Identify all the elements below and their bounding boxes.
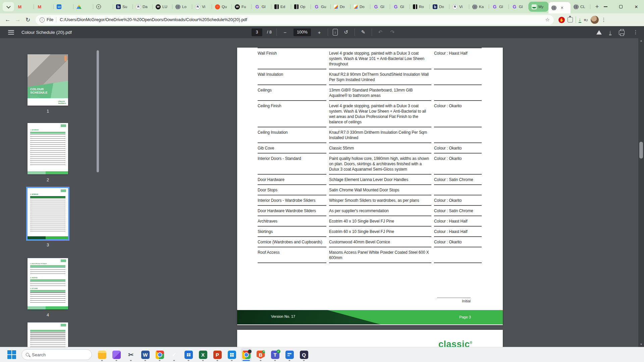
- pdf-menu-icon[interactable]: [8, 30, 14, 35]
- taskbar-chrome-active-icon[interactable]: [241, 348, 252, 361]
- url-field[interactable]: i File C:/Users/DionMcGregor/OneDrive%20…: [36, 15, 554, 25]
- thumbnail-scrollbar[interactable]: [97, 50, 99, 172]
- page-info-icon[interactable]: i: [40, 17, 45, 22]
- taskbar-quest-icon[interactable]: Q: [299, 348, 309, 361]
- browser-menu-kebab-icon[interactable]: ⋮: [601, 17, 606, 23]
- browser-tab[interactable]: Qu: [212, 0, 232, 13]
- taskbar-excel-icon[interactable]: X: [198, 348, 208, 361]
- browser-tab[interactable]: Vi: [449, 0, 469, 13]
- taskbar-windows-app-icon[interactable]: [226, 348, 237, 361]
- print-icon[interactable]: [619, 31, 625, 35]
- thumbnail-image[interactable]: COLOUR SCHEDULE_____ __ ____ ________ __…: [28, 54, 68, 106]
- tab-close-icon[interactable]: ✕: [560, 6, 564, 10]
- page-number-input[interactable]: 3: [252, 28, 262, 36]
- window-minimize-button[interactable]: [598, 0, 613, 13]
- page-thumbnail[interactable]: 2. INTERIOR 3: [28, 188, 68, 247]
- reload-button[interactable]: ↻: [23, 15, 33, 25]
- browser-tab[interactable]: Ed: [271, 0, 291, 13]
- url-divider: [56, 17, 56, 22]
- cell-colour: Colour : Okarito: [434, 195, 482, 206]
- thumbnail-image[interactable]: 2. INTERIOR: [28, 188, 68, 239]
- browser-tab[interactable]: Ka: [469, 0, 489, 13]
- thumbnail-image[interactable]: 1. EXTERIOR: [28, 123, 68, 174]
- downloads-icon[interactable]: ↓: [579, 17, 581, 23]
- browser-tab[interactable]: Vi: [192, 0, 212, 13]
- browser-tab[interactable]: Fu: [232, 0, 252, 13]
- download-icon[interactable]: ↓: [609, 29, 612, 35]
- page-thumbnail[interactable]: COLOUR SCHEDULE_____ __ ____ ________ __…: [28, 54, 68, 114]
- extensions-puzzle-icon[interactable]: [568, 17, 573, 22]
- browser-tab[interactable]: [93, 0, 113, 13]
- browser-tab[interactable]: [73, 0, 93, 13]
- browser-tab[interactable]: Do: [430, 0, 449, 13]
- window-maximize-button[interactable]: [613, 0, 629, 13]
- thumbnail-image[interactable]: [28, 322, 68, 347]
- taskbar-brave-icon[interactable]: B✓: [255, 348, 266, 361]
- taskbar-company-portal-icon[interactable]: [183, 348, 194, 361]
- taskbar-remote-desktop-icon[interactable]: [284, 348, 295, 361]
- browser-tab[interactable]: CL: [571, 0, 590, 13]
- browser-tab[interactable]: Gl: [390, 0, 410, 13]
- browser-tab[interactable]: [54, 0, 73, 13]
- browser-tab[interactable]: [34, 0, 54, 13]
- pdf-menu-kebab-icon[interactable]: ⋮: [632, 29, 639, 35]
- taskbar-search[interactable]: Search: [21, 349, 92, 360]
- window-close-button[interactable]: ✕: [629, 0, 644, 13]
- tab-search-button[interactable]: [3, 2, 14, 11]
- taskbar-file-explorer-icon[interactable]: [97, 348, 107, 361]
- browser-tab[interactable]: LU: [153, 0, 172, 13]
- browser-tab[interactable]: Do: [351, 0, 370, 13]
- browser-tab[interactable]: My: [529, 2, 548, 12]
- browser-tab[interactable]: Ro: [410, 0, 430, 13]
- taskbar-todo-icon[interactable]: ✓: [169, 348, 179, 361]
- tab-label: Vi: [202, 5, 205, 9]
- tab-label: Gl: [519, 5, 523, 9]
- browser-tab[interactable]: ✕: [548, 2, 571, 13]
- browser-tab[interactable]: Su: [113, 0, 133, 13]
- scroll-up-arrow[interactable]: ▲: [638, 38, 644, 43]
- back-button[interactable]: ←: [3, 15, 13, 25]
- tab-label: CL: [580, 5, 585, 9]
- browser-tab[interactable]: Gl: [489, 0, 509, 13]
- save-to-drive-icon[interactable]: [596, 30, 602, 35]
- thumbnail-image[interactable]: 3. ELECTRICAL FITTINGS4. HEATING5. KITCH…: [28, 258, 68, 309]
- scroll-down-arrow[interactable]: ▼: [638, 342, 644, 347]
- taskbar-teams-icon[interactable]: T✓: [270, 348, 280, 361]
- profile-avatar[interactable]: [591, 16, 599, 24]
- browser-tab[interactable]: Da: [133, 0, 153, 13]
- browser-tab[interactable]: [14, 0, 34, 13]
- browser-tab[interactable]: Do: [331, 0, 351, 13]
- bookmark-star-icon[interactable]: ☆: [545, 17, 550, 23]
- browser-tab[interactable]: Lo: [172, 0, 192, 13]
- page-thumbnail[interactable]: 1. EXTERIOR 2: [28, 123, 68, 182]
- zoom-out-button[interactable]: −: [281, 29, 289, 35]
- rotate-icon[interactable]: ↺: [342, 29, 350, 35]
- taskbar-chrome-icon[interactable]: [154, 348, 165, 361]
- adblock-extension-icon[interactable]: ✋: [558, 17, 565, 23]
- browser-tab[interactable]: Gl: [252, 0, 271, 13]
- search-placeholder: Search: [32, 352, 46, 357]
- taskbar-word-icon[interactable]: W: [140, 348, 151, 361]
- scrollbar-thumb[interactable]: [639, 142, 643, 159]
- page-thumbnail[interactable]: 5: [28, 322, 68, 347]
- zoom-in-button[interactable]: +: [316, 29, 323, 35]
- undo-icon[interactable]: ↶: [377, 29, 384, 35]
- cell-description: Paint quality hollow core, 1980mm high, …: [329, 154, 431, 175]
- media-queue-icon[interactable]: ≡♪: [584, 17, 588, 22]
- taskbar-powerpoint-icon[interactable]: P: [212, 348, 223, 361]
- taskbar-snipping-tool-icon[interactable]: [125, 348, 136, 361]
- start-button[interactable]: [7, 350, 16, 359]
- document-scrollbar[interactable]: ▲ ▼: [638, 38, 644, 347]
- forward-button[interactable]: →: [13, 15, 23, 25]
- browser-tab[interactable]: Gl: [370, 0, 390, 13]
- fit-to-page-icon[interactable]: ↕: [333, 29, 338, 36]
- browser-tab[interactable]: Gl: [509, 0, 529, 13]
- taskbar-onenote-purple-icon[interactable]: [111, 348, 122, 361]
- browser-tab[interactable]: Op: [291, 0, 311, 13]
- annotate-pen-icon[interactable]: ✎: [360, 29, 367, 35]
- page-thumbnail[interactable]: 3. ELECTRICAL FITTINGS4. HEATING5. KITCH…: [28, 258, 68, 317]
- cell-colour: Colour : Haast Half: [434, 216, 482, 227]
- redo-icon[interactable]: ↷: [389, 29, 396, 35]
- browser-tab[interactable]: Gu: [311, 0, 331, 13]
- zoom-level-input[interactable]: 100%: [293, 28, 311, 36]
